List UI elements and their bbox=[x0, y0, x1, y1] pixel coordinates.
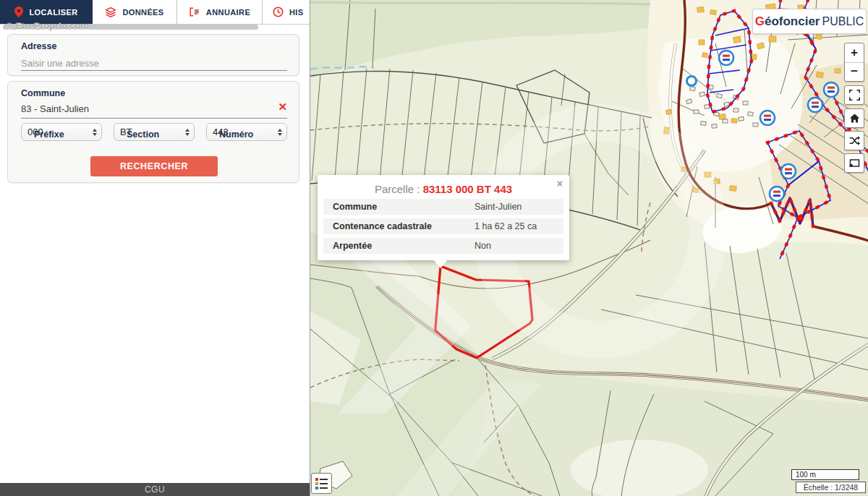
legend-button[interactable] bbox=[311, 473, 332, 494]
tab-label: ANNUAIRE bbox=[206, 8, 250, 17]
home-button[interactable] bbox=[844, 108, 864, 128]
tab-annuaire[interactable]: ANNUAIRE bbox=[177, 0, 263, 24]
popup-row-label: Arpentée bbox=[323, 241, 475, 251]
tab-label: LOCALISER bbox=[29, 8, 77, 17]
popup-row-contenance: Contenance cadastrale 1 ha 62 a 25 ca bbox=[323, 218, 563, 234]
extent-icon bbox=[849, 158, 860, 168]
logo-name: éofoncier bbox=[765, 14, 820, 29]
logo-initial: G bbox=[755, 14, 765, 29]
section-label: Section bbox=[127, 129, 159, 140]
zoom-out-button[interactable]: − bbox=[845, 62, 864, 82]
address-panel: Adresse bbox=[7, 34, 299, 76]
section-field: Section BT bbox=[114, 123, 195, 141]
ge-marker[interactable] bbox=[770, 187, 784, 201]
scale-ratio: Échelle : 1/3248 bbox=[796, 482, 866, 493]
address-input[interactable] bbox=[21, 56, 287, 71]
clear-commune-button[interactable]: ✕ bbox=[278, 101, 287, 114]
stepper-arrows-icon bbox=[93, 129, 97, 136]
directory-card-icon bbox=[189, 7, 200, 17]
ge-marker[interactable] bbox=[808, 98, 822, 112]
popup-title-label: Parcelle : bbox=[375, 183, 423, 195]
parcel-popup: × Parcelle : 83113 000 BT 443 Commune Sa… bbox=[318, 175, 569, 260]
ge-marker[interactable] bbox=[824, 82, 838, 97]
popup-title: Parcelle : 83113 000 BT 443 bbox=[318, 183, 569, 195]
stepper-arrows-icon bbox=[185, 129, 190, 136]
commune-underline bbox=[21, 118, 287, 119]
ge-marker[interactable] bbox=[760, 111, 775, 125]
popup-row-label: Commune bbox=[323, 202, 475, 212]
logo-suffix: PUBLIC bbox=[822, 15, 864, 28]
legend-icon bbox=[315, 476, 328, 490]
commune-value[interactable]: 83 - Saint-Julien bbox=[21, 103, 89, 114]
popup-title-value: 83113 000 BT 443 bbox=[423, 183, 512, 195]
shuffle-icon bbox=[849, 135, 860, 146]
search-button[interactable]: RECHERCHER bbox=[90, 156, 218, 176]
tab-donnees[interactable]: DONNÉES bbox=[93, 0, 177, 24]
address-label: Adresse bbox=[21, 41, 56, 51]
watermark: © EtreProprio.com bbox=[6, 20, 89, 31]
zoom-in-button[interactable]: + bbox=[845, 43, 864, 62]
popup-pointer-tail bbox=[433, 260, 448, 268]
tab-historique[interactable]: HIS bbox=[263, 0, 310, 24]
clock-icon bbox=[273, 7, 284, 17]
ring-marker[interactable] bbox=[687, 77, 697, 86]
fullscreen-button[interactable] bbox=[844, 85, 864, 105]
ge-marker[interactable] bbox=[781, 164, 796, 179]
layers-icon bbox=[105, 7, 116, 17]
map-pin-icon bbox=[14, 7, 23, 17]
popup-row-commune: Commune Saint-Julien bbox=[323, 199, 563, 215]
commune-label: Commune bbox=[21, 88, 65, 98]
geofoncier-logo: GéofoncierPUBLIC bbox=[752, 9, 867, 34]
home-icon bbox=[849, 113, 860, 124]
scale-bar: 100 m bbox=[791, 469, 859, 480]
shuffle-button[interactable] bbox=[844, 131, 864, 150]
numero-label: Numéro bbox=[219, 129, 253, 140]
popup-row-label: Contenance cadastrale bbox=[323, 221, 475, 231]
commune-panel: Commune 83 - Saint-Julien ✕ Préfixe 000 … bbox=[7, 81, 299, 183]
ge-marker[interactable] bbox=[719, 51, 733, 65]
popup-row-arpentee: Arpentée Non bbox=[323, 238, 563, 254]
cgu-link[interactable]: CGU bbox=[145, 484, 165, 495]
popup-close-button[interactable]: × bbox=[557, 179, 563, 189]
extent-button[interactable] bbox=[844, 153, 864, 173]
cgu-footer[interactable]: CGU bbox=[0, 483, 310, 496]
tab-label: DONNÉES bbox=[122, 8, 163, 17]
zoom-control[interactable]: + − bbox=[844, 43, 864, 82]
popup-row-value: 1 ha 62 a 25 ca bbox=[475, 221, 537, 231]
popup-row-value: Saint-Julien bbox=[475, 202, 522, 212]
search-sidebar: Adresse Commune 83 - Saint-Julien ✕ Préf… bbox=[0, 30, 310, 483]
tab-label: HIS bbox=[289, 8, 304, 17]
prefixe-field: Préfixe 000 bbox=[21, 123, 102, 141]
prefixe-label: Préfixe bbox=[34, 129, 64, 140]
numero-field: Numéro 443 bbox=[206, 123, 287, 141]
stepper-arrows-icon bbox=[278, 129, 282, 136]
fullscreen-icon bbox=[849, 90, 860, 101]
popup-row-value: Non bbox=[475, 241, 491, 251]
geofoncier-app: GéofoncierPUBLIC + − 100 m bbox=[0, 0, 868, 496]
